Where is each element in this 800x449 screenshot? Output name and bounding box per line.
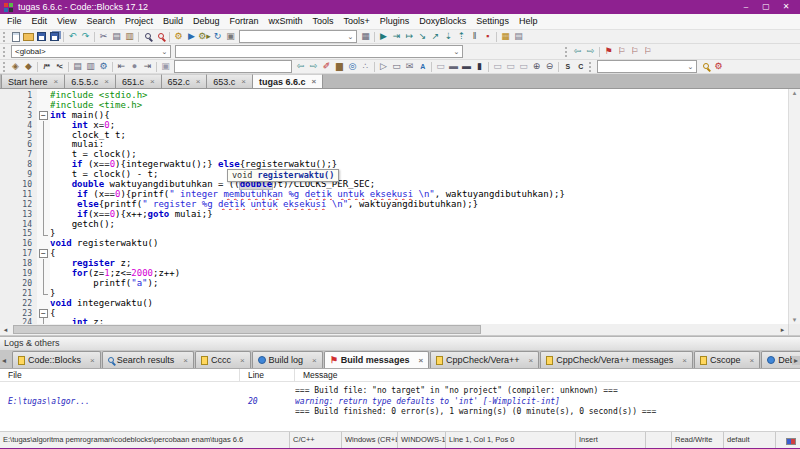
- code-text[interactable]: int x=0;: [50, 121, 800, 131]
- spellcheck-s-icon[interactable]: S: [561, 61, 574, 72]
- menu-plugins[interactable]: Plugins: [375, 14, 415, 29]
- doxy-block-comment-icon[interactable]: /**: [40, 61, 53, 72]
- next-instruction-icon[interactable]: ⇣: [442, 31, 455, 42]
- bookmark-flag-icon-1[interactable]: ⚑: [602, 46, 615, 57]
- code-text[interactable]: t = clock() - t;: [50, 170, 800, 180]
- jump-forward-icon[interactable]: ⇨: [584, 46, 597, 57]
- menu-search[interactable]: Search: [81, 14, 120, 29]
- menu-debug[interactable]: Debug: [188, 14, 225, 29]
- log-tab-build-log[interactable]: Build log×: [252, 351, 323, 368]
- build-target-combo[interactable]: ⌄: [239, 30, 357, 43]
- frame-1-icon[interactable]: ▭: [491, 61, 504, 72]
- incsearch-prev-icon[interactable]: ⇤: [115, 61, 128, 72]
- replace-icon[interactable]: [154, 31, 167, 42]
- chevron-down-icon[interactable]: ⌄: [451, 48, 462, 56]
- toolbox-icon[interactable]: ▆: [333, 61, 346, 72]
- log-tab-cscope[interactable]: Cscope×: [694, 351, 760, 368]
- bookmark-flag-icon-3[interactable]: ⚐: [628, 46, 641, 57]
- log-tab-code-blocks[interactable]: Code::Blocks×: [12, 351, 101, 368]
- close-tab-icon[interactable]: ×: [529, 356, 534, 365]
- build-message-row[interactable]: === Build file: "no target" in "no proje…: [0, 386, 800, 397]
- incsearch-next-icon[interactable]: ⇥: [141, 61, 154, 72]
- step-into-instruction-icon[interactable]: ⇡: [455, 31, 468, 42]
- frame-3-icon[interactable]: ▭: [517, 61, 530, 72]
- close-tab-icon[interactable]: ×: [312, 356, 317, 365]
- menu-build[interactable]: Build: [158, 14, 188, 29]
- bookmark-flag-icon-2[interactable]: ⚐: [615, 46, 628, 57]
- close-tab-icon[interactable]: ×: [104, 77, 109, 86]
- doxy-view-icon[interactable]: ▥: [84, 61, 97, 72]
- open-file-icon[interactable]: [22, 31, 35, 42]
- code-text[interactable]: printf("a");: [50, 279, 800, 289]
- editor-tab-tugas-6-6-c[interactable]: tugas 6.6.c×: [253, 74, 323, 88]
- close-tab-icon[interactable]: ×: [240, 356, 245, 365]
- chevron-down-icon[interactable]: ⌄: [685, 63, 696, 71]
- code-text[interactable]: clock_t t;: [50, 131, 800, 141]
- zoom-out-icon[interactable]: ⊖: [543, 61, 556, 72]
- debugging-windows-icon[interactable]: ▦: [499, 31, 512, 42]
- break-debugger-icon[interactable]: ‖: [468, 31, 481, 42]
- html-export-icon[interactable]: A: [416, 61, 429, 72]
- menu-tools[interactable]: Tools: [308, 14, 339, 29]
- marker-style-2-icon[interactable]: ▬: [447, 61, 460, 72]
- code-text[interactable]: double waktuyangdibutuhkan = ((double)t)…: [50, 180, 800, 190]
- chevron-down-icon[interactable]: ⌄: [345, 33, 356, 41]
- fold-toggle-icon[interactable]: −: [39, 111, 48, 120]
- marker-style-4-icon[interactable]: ▮: [473, 61, 486, 72]
- fortran-types-icon[interactable]: ◆: [22, 61, 35, 72]
- code-text[interactable]: void integerwaktu(): [50, 299, 800, 309]
- redo-icon[interactable]: ↷: [79, 31, 92, 42]
- close-tab-icon[interactable]: ×: [312, 77, 317, 86]
- next-line-icon[interactable]: ↦: [403, 31, 416, 42]
- incsearch-center-icon[interactable]: ●: [128, 61, 141, 72]
- code-text[interactable]: {: [50, 249, 800, 259]
- code-text[interactable]: else{printf(" register %g detik untuk ek…: [50, 200, 800, 210]
- menu-file[interactable]: File: [2, 14, 27, 29]
- menu-view[interactable]: View: [52, 14, 81, 29]
- menu-settings[interactable]: Settings: [471, 14, 514, 29]
- close-tab-icon[interactable]: ×: [241, 77, 246, 86]
- log-tabs-scroll-right-icon[interactable]: ▸: [792, 356, 800, 365]
- fold-toggle-icon[interactable]: −: [39, 309, 48, 318]
- code-text[interactable]: void registerwaktu(): [50, 239, 800, 249]
- run-to-cursor-icon[interactable]: ⇥: [390, 31, 403, 42]
- scroll-right-icon[interactable]: ▸: [777, 324, 788, 335]
- editor-tab-651-c[interactable]: 651.c×: [116, 74, 162, 88]
- toolbar-grip[interactable]: [3, 32, 7, 42]
- code-text[interactable]: register z;: [50, 259, 800, 269]
- close-tab-icon[interactable]: ×: [196, 77, 201, 86]
- menu-edit[interactable]: Edit: [27, 14, 53, 29]
- bookmark-flag-icon-4[interactable]: ⚐: [641, 46, 654, 57]
- build-message-row[interactable]: E:\tugas\algor...20warning: return type …: [0, 397, 800, 408]
- fold-toggle-icon[interactable]: −: [39, 249, 48, 258]
- code-lines[interactable]: 1#include <stdio.h>2#include <time.h>3−i…: [0, 89, 800, 324]
- debug-continue-icon[interactable]: ▶: [377, 31, 390, 42]
- cursor-select-icon[interactable]: ▷: [377, 61, 390, 72]
- spellcheck-c-icon[interactable]: C: [574, 61, 587, 72]
- menu-help[interactable]: Help: [514, 14, 543, 29]
- jump-back-icon[interactable]: ⇦: [571, 46, 584, 57]
- various-info-icon[interactable]: ▤: [512, 31, 525, 42]
- envelope-icon[interactable]: ✉: [403, 61, 416, 72]
- chevron-down-icon[interactable]: ⌄: [159, 48, 170, 56]
- frame-2-icon[interactable]: ▭: [504, 61, 517, 72]
- close-tab-icon[interactable]: ×: [183, 356, 188, 365]
- toolbar-grip[interactable]: [3, 47, 7, 57]
- scroll-left-icon[interactable]: ◂: [0, 324, 11, 335]
- code-text[interactable]: if(x==0){x++;goto mulai;}: [50, 210, 800, 220]
- abort-build-icon[interactable]: ▣: [224, 31, 237, 42]
- menu-project[interactable]: Project: [120, 14, 158, 29]
- spell-config-icon[interactable]: ⚙: [712, 61, 725, 72]
- binoculars-icon[interactable]: ◎: [346, 61, 359, 72]
- menu-tools[interactable]: Tools+: [339, 14, 375, 29]
- code-text[interactable]: mulai:: [50, 140, 800, 150]
- scroll-down-icon[interactable]: ▾: [793, 316, 797, 324]
- scroll-thumb[interactable]: [13, 325, 481, 334]
- minimize-button[interactable]: –: [736, 0, 756, 14]
- log-tab-search-results[interactable]: Search results×: [102, 351, 194, 368]
- cut-icon[interactable]: ✂: [97, 31, 110, 42]
- code-text[interactable]: if (x==0){integerwaktu();} else{register…: [50, 160, 800, 170]
- incsearch-input[interactable]: [174, 60, 292, 73]
- logs-panel-header[interactable]: Logs & others: [0, 336, 800, 350]
- close-tab-icon[interactable]: ×: [54, 77, 59, 86]
